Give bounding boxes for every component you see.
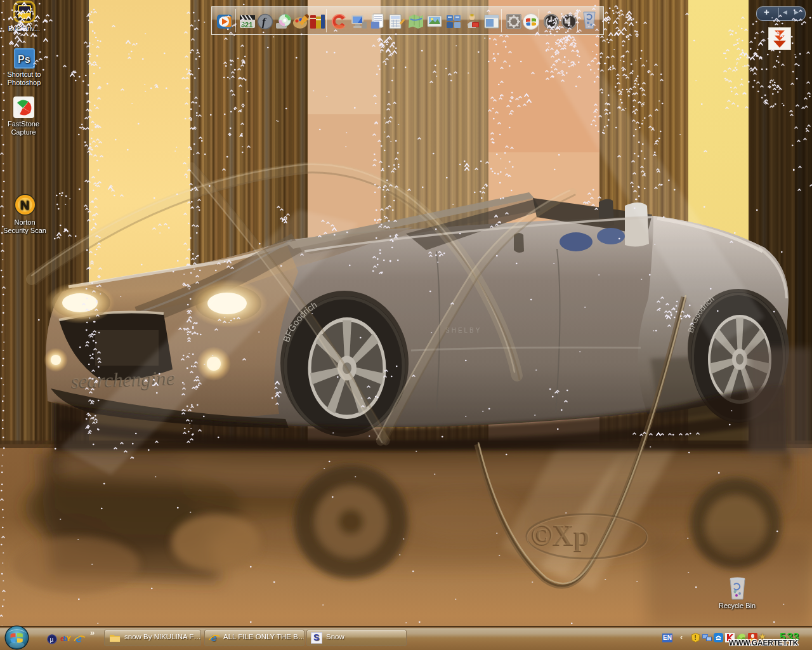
svg-text:µ: µ	[50, 636, 54, 643]
svg-text:!: !	[695, 634, 697, 641]
